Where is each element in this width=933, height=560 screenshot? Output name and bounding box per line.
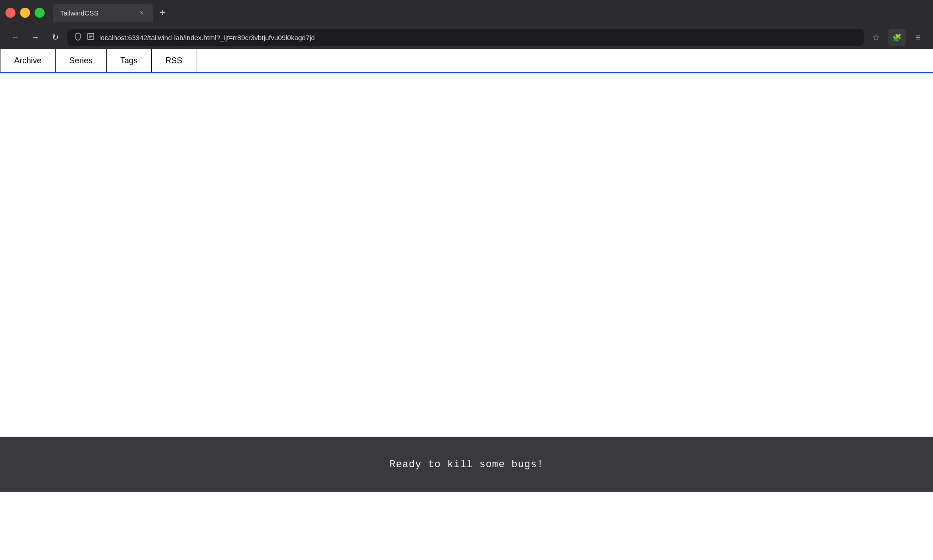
forward-button[interactable]: → <box>27 30 43 45</box>
page-footer: Ready to kill some bugs! <box>0 437 933 492</box>
extensions-button[interactable]: 🧩 <box>888 29 906 46</box>
back-button[interactable]: ← <box>7 30 23 45</box>
browser-chrome: TailwindCSS × + ← → ↻ localhost:63342/ta… <box>0 0 933 49</box>
new-tab-button[interactable]: + <box>155 5 170 20</box>
url-path: /tailwind-lab/index.html?_ijt=rr89cr3vbt… <box>147 34 315 41</box>
nav-item-rss[interactable]: RSS <box>152 49 196 72</box>
minimize-window-button[interactable] <box>20 8 30 18</box>
close-tab-button[interactable]: × <box>138 9 146 17</box>
tab-title: TailwindCSS <box>60 9 98 17</box>
reload-button[interactable]: ↻ <box>47 30 63 45</box>
maximize-window-button[interactable] <box>35 8 45 18</box>
traffic-lights <box>5 8 45 18</box>
puzzle-icon: 🧩 <box>892 33 902 42</box>
footer-text: Ready to kill some bugs! <box>390 459 543 470</box>
address-text: localhost:63342/tailwind-lab/index.html?… <box>99 34 857 41</box>
browser-menu-button[interactable]: ≡ <box>910 30 926 45</box>
close-window-button[interactable] <box>5 8 15 18</box>
bookmark-button[interactable]: ☆ <box>868 30 884 45</box>
nav-item-tags[interactable]: Tags <box>107 49 152 72</box>
address-bar-row: ← → ↻ localhost:63342/tailwind-lab/index… <box>0 25 933 49</box>
page-content: Archive Series Tags RSS Ready to kill so… <box>0 49 933 492</box>
url-host: localhost:63342 <box>99 34 147 41</box>
page-icon <box>87 32 95 42</box>
nav-item-archive[interactable]: Archive <box>0 49 56 72</box>
nav-item-series[interactable]: Series <box>56 49 107 72</box>
security-shield-icon <box>74 32 82 42</box>
tab-bar: TailwindCSS × + <box>0 0 933 25</box>
address-bar[interactable]: localhost:63342/tailwind-lab/index.html?… <box>67 29 864 46</box>
page-main <box>0 73 933 437</box>
site-nav: Archive Series Tags RSS <box>0 49 933 73</box>
active-tab[interactable]: TailwindCSS × <box>53 4 153 22</box>
